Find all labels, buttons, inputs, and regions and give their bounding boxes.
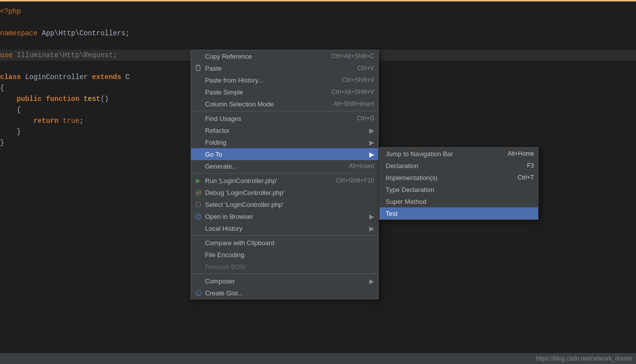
paste-icon (194, 64, 202, 72)
folding-arrow: ▶ (369, 139, 374, 146)
paste-history-label: Paste from History... (205, 77, 263, 84)
svg-rect-4 (196, 202, 201, 207)
menu-item-folding[interactable]: Folding ▶ (191, 136, 378, 148)
menu-item-compare-clipboard[interactable]: Compare with Clipboard (191, 237, 378, 249)
create-gist-label: Create Gist... (205, 289, 243, 297)
implementations-shortcut: Ctrl+T (518, 174, 534, 181)
jump-nav-label: Jump to Navigation Bar (386, 150, 453, 158)
go-to-label: Go To (205, 151, 222, 158)
refactor-label: Refactor (205, 127, 229, 134)
status-bar: https://blog.csdn.net/network_dream (0, 353, 636, 364)
menu-item-paste[interactable]: Paste Ctrl+V (191, 62, 378, 74)
column-selection-shortcut: Alt+Shift+Insert (333, 100, 374, 107)
submenu-declaration[interactable]: Declaration F3 (380, 160, 538, 172)
run-shortcut: Ctrl+Shift+F10 (336, 177, 374, 184)
column-selection-label: Column Selection Mode (205, 100, 274, 108)
submenu-type-declaration[interactable]: Type Declaration (380, 183, 538, 195)
open-browser-arrow: ▶ (369, 213, 374, 220)
declaration-shortcut: F3 (527, 162, 534, 169)
copy-reference-label: Copy Reference (205, 53, 252, 60)
menu-item-remove-bom[interactable]: Remove BOM (191, 261, 378, 273)
run-label: Run 'LoginController.php' (205, 177, 277, 184)
menu-item-copy-reference[interactable]: Copy Reference Ctrl+Alt+Shift+C (191, 50, 378, 62)
select-label: Select 'LoginController.php' (205, 201, 283, 208)
local-history-label: Local History (205, 225, 242, 232)
copy-reference-shortcut: Ctrl+Alt+Shift+C (331, 53, 374, 60)
menu-item-composer[interactable]: Composer ▶ (191, 275, 378, 287)
remove-bom-label: Remove BOM (205, 263, 246, 271)
menu-item-column-selection[interactable]: Column Selection Mode Alt+Shift+Insert (191, 98, 378, 110)
menu-item-refactor[interactable]: Refactor ▶ (191, 124, 378, 136)
code-line-1: <?php (0, 6, 636, 17)
paste-simple-label: Paste Simple (205, 89, 243, 96)
svg-rect-1 (197, 65, 199, 66)
menu-item-select[interactable]: Select 'LoginController.php' (191, 198, 378, 210)
refactor-arrow: ▶ (369, 127, 374, 134)
paste-history-shortcut: Ctrl+Shift+V (342, 77, 374, 84)
browser-icon (194, 212, 202, 220)
gist-icon: g (194, 289, 202, 297)
composer-arrow: ▶ (369, 277, 374, 285)
jump-nav-shortcut: Alt+Home (508, 150, 534, 157)
find-usages-label: Find Usages (205, 115, 241, 122)
top-yellow-bar (0, 0, 636, 1)
submenu-test[interactable]: Test (380, 207, 538, 219)
file-encoding-label: File Encoding (205, 251, 244, 259)
divider-4 (191, 273, 378, 274)
menu-item-debug[interactable]: Debug 'LoginController.php' (191, 186, 378, 198)
run-icon: ▶ (194, 177, 202, 184)
composer-label: Composer (205, 277, 235, 285)
menu-item-generate[interactable]: Generate... Alt+Insert (191, 160, 378, 172)
paste-label: Paste (205, 65, 221, 72)
debug-icon (194, 188, 202, 196)
declaration-label: Declaration (386, 162, 419, 170)
menu-item-paste-history[interactable]: Paste from History... Ctrl+Shift+V (191, 74, 378, 86)
code-line-2 (0, 17, 636, 28)
svg-point-3 (197, 191, 199, 193)
generate-label: Generate... (205, 163, 237, 170)
paste-shortcut: Ctrl+V (357, 65, 374, 72)
menu-item-file-encoding[interactable]: File Encoding (191, 249, 378, 261)
menu-item-paste-simple[interactable]: Paste Simple Ctrl+Alt+Shift+V (191, 86, 378, 98)
paste-simple-shortcut: Ctrl+Alt+Shift+V (331, 89, 374, 95)
code-line-4 (0, 39, 636, 50)
menu-item-go-to[interactable]: Go To ▶ Jump to Navigation Bar Alt+Home … (191, 148, 378, 160)
menu-item-run[interactable]: ▶ Run 'LoginController.php' Ctrl+Shift+F… (191, 175, 378, 186)
local-history-arrow: ▶ (369, 225, 374, 232)
menu-item-open-browser[interactable]: Open in Browser ▶ (191, 210, 378, 222)
menu-item-find-usages[interactable]: Find Usages Ctrl+G (191, 112, 378, 124)
open-browser-label: Open in Browser (205, 213, 253, 220)
select-icon (194, 200, 202, 208)
status-url: https://blog.csdn.net/network_dream (536, 355, 632, 362)
menu-item-local-history[interactable]: Local History ▶ (191, 222, 378, 234)
goto-submenu: Jump to Navigation Bar Alt+Home Declarat… (379, 147, 538, 220)
menu-item-create-gist[interactable]: g Create Gist... (191, 287, 378, 299)
compare-clipboard-label: Compare with Clipboard (205, 239, 274, 247)
divider-3 (191, 235, 378, 236)
go-to-arrow: ▶ (369, 151, 374, 158)
svg-text:g: g (197, 291, 199, 296)
implementations-label: Implementation(s) (386, 174, 437, 182)
submenu-super-method[interactable]: Super Method (380, 195, 538, 207)
test-label: Test (386, 210, 398, 217)
divider-1 (191, 111, 378, 111)
code-line-3: namespace App\Http\Controllers; (0, 28, 636, 39)
type-declaration-label: Type Declaration (386, 186, 434, 193)
submenu-jump-nav[interactable]: Jump to Navigation Bar Alt+Home (380, 148, 538, 160)
divider-2 (191, 173, 378, 174)
debug-label: Debug 'LoginController.php' (205, 189, 285, 196)
folding-label: Folding (205, 139, 226, 146)
generate-shortcut: Alt+Insert (349, 163, 374, 170)
find-usages-shortcut: Ctrl+G (357, 115, 374, 122)
context-menu: Copy Reference Ctrl+Alt+Shift+C Paste Ct… (191, 50, 379, 299)
submenu-implementations[interactable]: Implementation(s) Ctrl+T (380, 172, 538, 183)
super-method-label: Super Method (386, 198, 426, 205)
